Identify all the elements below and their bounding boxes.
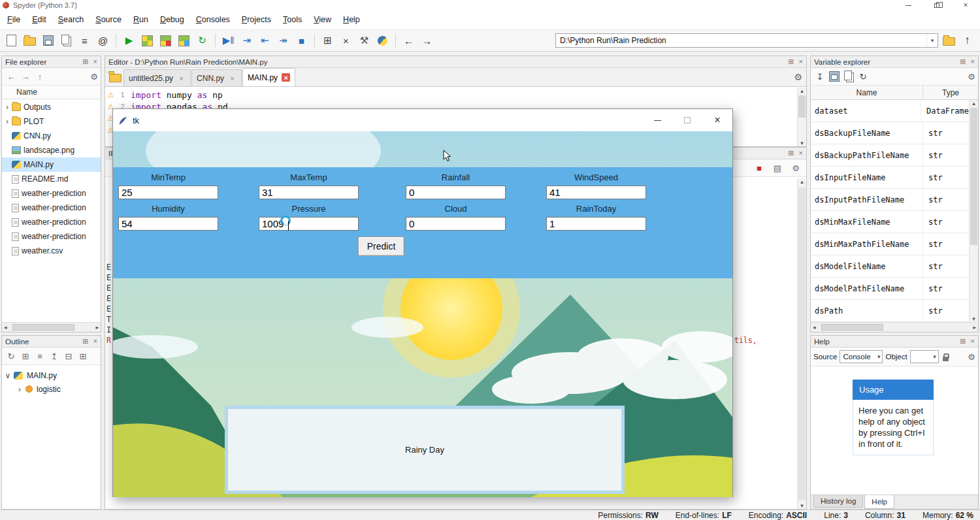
bottom-tab[interactable]: History log xyxy=(813,495,863,508)
previous-button[interactable]: ← xyxy=(5,70,18,83)
save-data-as-button[interactable] xyxy=(842,70,855,83)
scroll-left-icon[interactable]: ◂ xyxy=(4,324,7,331)
close-pane-icon[interactable]: × xyxy=(799,57,803,66)
menu-item[interactable]: Debug xyxy=(154,10,190,29)
editor-tab[interactable]: untitled25.py × xyxy=(123,69,191,86)
options-gear-icon[interactable]: ⚙ xyxy=(968,352,975,362)
menu-item[interactable]: Edit xyxy=(26,10,52,29)
forward-button[interactable]: → xyxy=(419,33,434,48)
console-vertical-scrollbar[interactable]: ▴ ▾ xyxy=(797,178,806,509)
symbol-finder-button[interactable]: @ xyxy=(95,33,110,48)
undock-pane-icon[interactable]: ⊞ xyxy=(788,57,794,66)
editor-tab[interactable]: MAIN.py × xyxy=(242,68,295,86)
run-file-button[interactable]: ▶ xyxy=(122,33,137,48)
file-switcher-button[interactable]: ≡ xyxy=(77,33,92,48)
name-column-header[interactable]: Name xyxy=(811,86,923,99)
variable-row[interactable]: dsInputFileName str xyxy=(811,167,969,189)
python-interpreter-button[interactable] xyxy=(375,33,390,48)
options-gear-icon[interactable]: ⚙ xyxy=(90,72,98,82)
close-tab-icon[interactable]: × xyxy=(228,74,237,82)
scrollbar-thumb[interactable] xyxy=(798,95,806,118)
menu-item[interactable]: Run xyxy=(127,10,154,29)
maxtemp-input[interactable] xyxy=(259,186,359,199)
variable-row[interactable]: dataset DataFrame xyxy=(811,100,969,122)
scrollbar-thumb[interactable] xyxy=(821,324,883,331)
variable-row[interactable]: dsPath str xyxy=(811,300,969,322)
rerun-cell-button[interactable]: ↻ xyxy=(195,33,210,48)
menu-item[interactable]: Source xyxy=(90,10,127,29)
scroll-down-icon[interactable]: ▾ xyxy=(798,502,806,509)
collapse-all-button[interactable]: ⊟ xyxy=(62,349,75,363)
file-item[interactable]: MAIN.py xyxy=(2,157,101,172)
minimize-window-button[interactable] xyxy=(894,0,923,10)
type-column-header[interactable]: Type xyxy=(923,86,978,99)
editor-tab[interactable]: CNN.py × xyxy=(191,69,242,86)
step-over-button[interactable]: ⇥ xyxy=(239,33,254,48)
scroll-left-icon[interactable]: ◂ xyxy=(813,324,816,331)
lock-icon[interactable] xyxy=(943,357,949,361)
menu-item[interactable]: Help xyxy=(337,10,366,29)
close-pane-icon[interactable]: × xyxy=(971,57,975,66)
save-data-button[interactable] xyxy=(828,70,841,83)
file-item[interactable]: › PLOT xyxy=(2,114,101,129)
new-file-button[interactable] xyxy=(4,33,19,48)
cloud-input[interactable] xyxy=(406,217,506,231)
maximize-outline-button[interactable]: ⊞ xyxy=(19,349,32,363)
preferences-button[interactable]: ⚒ xyxy=(357,33,372,48)
close-pane-icon[interactable]: × xyxy=(799,149,803,157)
file-item[interactable]: weather.csv xyxy=(2,244,101,258)
file-item[interactable]: weather-prediction xyxy=(2,186,101,201)
run-cell-advance-button[interactable] xyxy=(158,33,173,48)
humidity-input[interactable] xyxy=(118,217,218,231)
expand-arrow-icon[interactable]: › xyxy=(4,103,10,112)
close-pane-icon[interactable]: × xyxy=(971,337,975,346)
debug-file-button[interactable]: ▶‖ xyxy=(221,33,236,48)
refresh-variables-button[interactable]: ↻ xyxy=(857,70,870,83)
stop-debug-button[interactable]: ■ xyxy=(294,33,309,48)
expand-all-button[interactable]: ⊞ xyxy=(76,349,90,363)
predict-button[interactable]: Predict xyxy=(358,236,404,256)
save-all-button[interactable] xyxy=(59,33,74,48)
parent-directory-button[interactable]: ↑ xyxy=(33,70,46,83)
rainfall-input[interactable] xyxy=(406,186,506,199)
variable-row[interactable]: dsModelPathFileName str xyxy=(811,278,969,300)
file-item[interactable]: landscape.png xyxy=(2,143,101,157)
undock-pane-icon[interactable]: ⊞ xyxy=(960,337,966,346)
scroll-right-icon[interactable]: ▸ xyxy=(95,324,99,331)
variable-row[interactable]: dsMinMaxFileName str xyxy=(811,211,969,233)
variable-row[interactable]: dsModelFileName str xyxy=(811,255,969,278)
menu-item[interactable]: Consoles xyxy=(190,10,236,29)
expand-arrow-icon[interactable]: › xyxy=(4,117,10,126)
close-pane-icon[interactable]: × xyxy=(93,337,97,346)
variable-row[interactable]: dsBackupPathFileName str xyxy=(811,144,969,167)
console-options-button[interactable]: ⚙ xyxy=(789,161,802,174)
expand-arrow-icon[interactable]: ∨ xyxy=(5,371,11,380)
save-file-button[interactable] xyxy=(41,33,56,48)
name-column-header[interactable]: Name xyxy=(2,86,101,99)
variable-row[interactable]: dsBackupFileName str xyxy=(811,122,969,144)
scroll-right-icon[interactable]: ▸ xyxy=(973,324,976,331)
back-button[interactable]: ← xyxy=(401,33,416,48)
menu-item[interactable]: Projects xyxy=(236,10,277,29)
next-button[interactable]: → xyxy=(19,70,32,83)
expand-arrow-icon[interactable]: › xyxy=(16,385,23,394)
open-file-button[interactable] xyxy=(22,33,37,48)
options-gear-icon[interactable]: ⚙ xyxy=(968,72,975,82)
file-item[interactable]: weather-prediction xyxy=(2,201,101,215)
raintoday-input[interactable] xyxy=(546,217,646,231)
interrupt-kernel-button[interactable]: ■ xyxy=(753,161,766,174)
file-item[interactable]: weather-prediction xyxy=(2,215,101,229)
file-item[interactable]: › Outputs xyxy=(2,100,101,114)
chevron-down-icon[interactable]: ▾ xyxy=(926,34,938,47)
undock-pane-icon[interactable]: ⊞ xyxy=(788,149,794,157)
mintemp-input[interactable] xyxy=(118,186,218,199)
file-item[interactable]: weather-prediction xyxy=(2,229,101,244)
close-tab-icon[interactable]: × xyxy=(282,73,290,82)
tk-titlebar[interactable]: tk × xyxy=(113,109,732,131)
horizontal-scrollbar[interactable]: ◂ ▸ xyxy=(811,322,978,332)
scroll-up-icon[interactable]: ▴ xyxy=(798,178,806,185)
clear-console-button[interactable]: ▤ xyxy=(771,161,784,174)
tk-close-button[interactable]: × xyxy=(702,109,732,131)
undock-pane-icon[interactable]: ⊞ xyxy=(82,337,88,346)
variable-row[interactable]: dsMinMaxPathFileName str xyxy=(811,233,969,255)
